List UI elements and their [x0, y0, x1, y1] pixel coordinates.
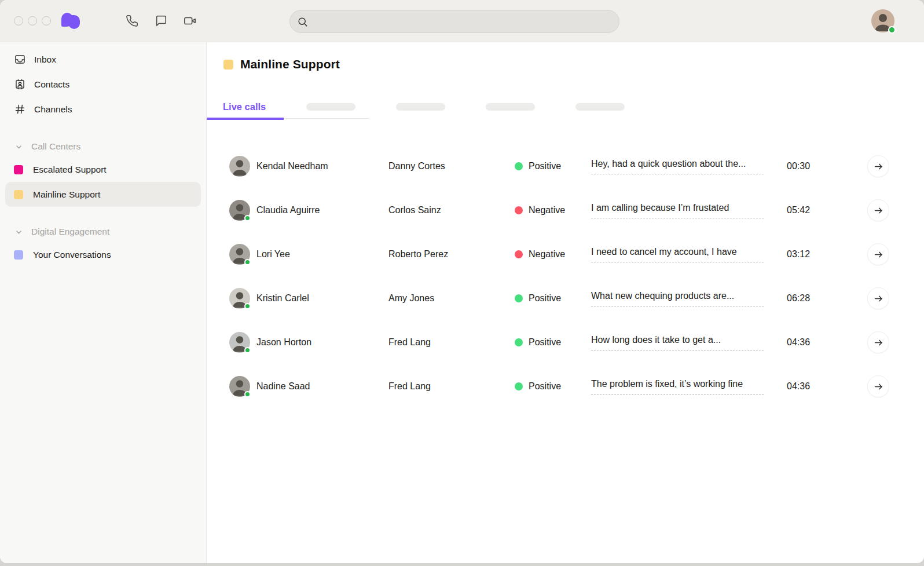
live-transcript-snippet[interactable]: Hey, had a quick question about the...	[591, 159, 764, 174]
page-title: Mainline Support	[240, 57, 340, 71]
call-row[interactable]: Lori Yee Roberto Perez Negative I need t…	[207, 232, 924, 276]
live-transcript-snippet[interactable]: How long does it take to get a...	[591, 335, 764, 350]
caller-name: Fred Lang	[388, 337, 515, 348]
sidebar-item-label: Channels	[34, 104, 72, 115]
call-row[interactable]: Claudia Aguirre Corlos Sainz Negative I …	[207, 188, 924, 232]
sentiment-dot	[515, 162, 523, 170]
sidebar-channel-your-conversations[interactable]: Your Conversations	[5, 242, 201, 267]
live-transcript-snippet[interactable]: What new chequing products are...	[591, 291, 764, 306]
live-transcript-snippet[interactable]: I need to cancel my account, I have	[591, 247, 764, 262]
tab-bar: Live calls	[207, 94, 924, 119]
caller-name: Fred Lang	[388, 381, 515, 392]
channel-color-square	[14, 250, 23, 260]
open-call-button[interactable]	[867, 155, 889, 177]
channel-color-square	[14, 190, 23, 199]
arrow-right-icon	[873, 381, 884, 392]
call-duration: 04:36	[764, 337, 867, 348]
sentiment-dot	[515, 382, 523, 390]
agent-name: Kristin Carlel	[256, 293, 388, 304]
avatar-photo	[229, 156, 250, 177]
chevron-down-icon	[14, 142, 24, 152]
open-call-button[interactable]	[867, 375, 889, 397]
tab-placeholder[interactable]	[306, 103, 355, 111]
active-tab-indicator	[207, 118, 284, 120]
channel-label: Escalated Support	[33, 165, 107, 175]
call-row[interactable]: Kristin Carlel Amy Jones Positive What n…	[207, 276, 924, 320]
arrow-right-icon	[873, 337, 884, 348]
channel-label: Mainline Support	[33, 189, 100, 200]
open-call-button[interactable]	[867, 287, 889, 309]
contacts-icon	[14, 78, 26, 90]
window-control-dot[interactable]	[42, 16, 51, 25]
user-avatar[interactable]	[871, 9, 894, 32]
agent-name: Nadine Saad	[256, 381, 388, 392]
open-call-button[interactable]	[867, 331, 889, 353]
sidebar-item-inbox[interactable]: Inbox	[0, 47, 206, 72]
live-transcript-snippet[interactable]: I am calling because I’m frustated	[591, 203, 764, 218]
sentiment-cell: Positive	[515, 381, 591, 392]
tab-placeholder[interactable]	[396, 103, 445, 111]
sentiment-cell: Positive	[515, 337, 591, 348]
sidebar-section-header[interactable]: Call Centers	[0, 136, 206, 157]
sidebar-channel-escalated-support[interactable]: Escalated Support	[5, 157, 201, 182]
open-call-button[interactable]	[867, 199, 889, 221]
agent-avatar	[229, 376, 250, 397]
sidebar-item-channels[interactable]: Channels	[0, 97, 206, 122]
search-input[interactable]	[313, 17, 619, 27]
arrow-right-icon	[873, 293, 884, 304]
sidebar-item-contacts[interactable]: Contacts	[0, 72, 206, 97]
sentiment-label: Positive	[529, 337, 561, 348]
caller-name: Danny Cortes	[388, 161, 515, 171]
search-bar[interactable]	[289, 10, 619, 33]
chevron-down-icon	[14, 227, 24, 237]
window-control-dot[interactable]	[14, 16, 23, 25]
page-header: Mainline Support	[223, 57, 924, 71]
live-transcript-snippet[interactable]: The problem is fixed, it’s working fine	[591, 379, 764, 395]
chat-icon[interactable]	[154, 14, 168, 28]
window-control-dot[interactable]	[28, 16, 37, 25]
sidebar: Inbox Contacts Channels Call Centers Esc…	[0, 42, 207, 563]
call-duration: 05:42	[764, 205, 867, 216]
sidebar-channel-mainline-support[interactable]: Mainline Support	[5, 182, 201, 207]
agent-avatar	[229, 200, 250, 221]
sentiment-dot	[515, 250, 523, 258]
phone-icon[interactable]	[125, 14, 139, 28]
sidebar-section: Call Centers Escalated Support Mainline …	[0, 136, 206, 207]
caller-name: Corlos Sainz	[388, 205, 515, 216]
sentiment-cell: Positive	[515, 293, 591, 304]
call-row[interactable]: Kendal Needham Danny Cortes Positive Hey…	[207, 144, 924, 188]
inbox-icon	[14, 53, 26, 65]
caller-name: Roberto Perez	[388, 249, 515, 260]
call-row[interactable]: Nadine Saad Fred Lang Positive The probl…	[207, 364, 924, 408]
sidebar-section-header[interactable]: Digital Engagement	[0, 221, 206, 242]
open-call-button[interactable]	[867, 243, 889, 265]
sidebar-section: Digital Engagement Your Conversations	[0, 221, 206, 267]
app-window: Inbox Contacts Channels Call Centers Esc…	[0, 0, 924, 563]
arrow-right-icon	[873, 205, 884, 216]
agent-name: Lori Yee	[256, 249, 388, 260]
window-controls	[14, 16, 51, 25]
tab-placeholder[interactable]	[575, 103, 625, 111]
sentiment-label: Positive	[529, 161, 561, 171]
tab-placeholder[interactable]	[486, 103, 535, 111]
logo-blob-right	[68, 15, 80, 29]
agent-avatar	[229, 332, 250, 353]
caller-name: Amy Jones	[388, 293, 515, 304]
main-panel: Mainline Support Live calls	[207, 42, 924, 563]
sentiment-dot	[515, 294, 523, 302]
sidebar-item-label: Contacts	[34, 79, 69, 90]
agent-avatar	[229, 288, 250, 309]
sentiment-label: Negative	[529, 205, 565, 216]
channel-label: Your Conversations	[33, 250, 111, 260]
sentiment-dot	[515, 338, 523, 346]
call-row[interactable]: Jason Horton Fred Lang Positive How long…	[207, 320, 924, 364]
video-icon[interactable]	[183, 14, 197, 28]
sentiment-cell: Negative	[515, 249, 591, 260]
sentiment-label: Positive	[529, 381, 561, 392]
hash-icon	[14, 103, 26, 115]
sidebar-item-label: Inbox	[34, 54, 56, 65]
tab-live-calls[interactable]: Live calls	[223, 101, 266, 112]
call-duration: 04:36	[764, 381, 867, 392]
topbar	[0, 0, 924, 42]
sidebar-section-label: Digital Engagement	[31, 227, 109, 237]
